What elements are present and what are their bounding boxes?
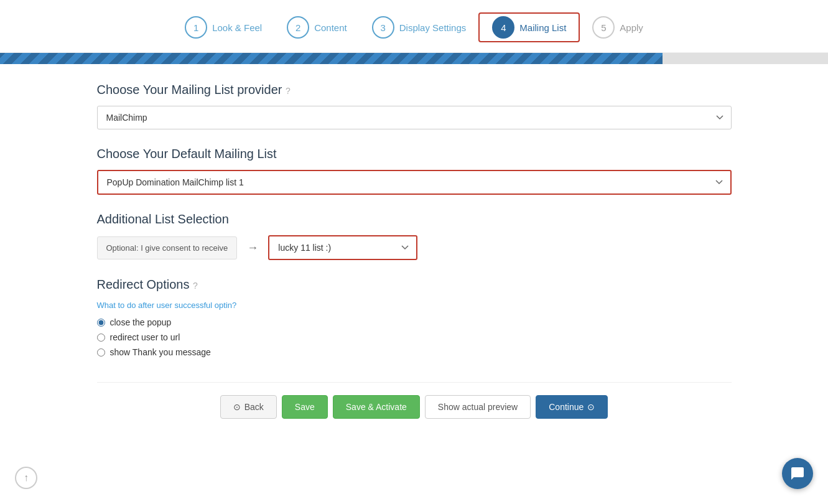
redirect-help-icon[interactable]: ? xyxy=(193,281,198,291)
consent-checkbox-button[interactable]: Optional: I give consent to receive xyxy=(97,236,238,259)
redirect-options-section: Redirect Options ? What to do after user… xyxy=(97,278,732,357)
step-circle-2: 2 xyxy=(287,16,309,39)
radio-close-input[interactable] xyxy=(97,319,105,327)
main-content: Choose Your Mailing List provider ? Mail… xyxy=(72,64,756,456)
default-mailing-list-title: Choose Your Default Mailing List xyxy=(97,147,732,161)
radio-thankyou-input[interactable] xyxy=(97,348,105,357)
wizard-step-1[interactable]: 1 Look & Feel xyxy=(172,14,274,41)
redirect-options-title: Redirect Options ? xyxy=(97,278,732,292)
step-circle-4: 4 xyxy=(492,16,514,39)
continue-arrow-icon: ⊙ xyxy=(587,402,595,412)
step-circle-3: 3 xyxy=(372,16,394,39)
step-label-2: Content xyxy=(314,22,347,33)
mailing-provider-section: Choose Your Mailing List provider ? Mail… xyxy=(97,83,732,129)
redirect-question: What to do after user successful optin? xyxy=(97,301,732,310)
radio-redirect-url: redirect user to url xyxy=(97,332,732,342)
save-button[interactable]: Save xyxy=(282,395,328,419)
radio-redirect-input[interactable] xyxy=(97,334,105,342)
progress-bar-container xyxy=(0,53,828,64)
additional-list-select[interactable]: lucky 11 list :) PopUp Domination MailCh… xyxy=(268,235,417,260)
preview-button[interactable]: Show actual preview xyxy=(425,395,531,419)
wizard-step-3[interactable]: 3 Display Settings xyxy=(360,14,479,41)
save-activate-button[interactable]: Save & Activate xyxy=(333,395,420,419)
mailing-provider-title: Choose Your Mailing List provider ? xyxy=(97,83,732,97)
step-circle-5: 5 xyxy=(592,16,615,39)
radio-close-popup: close the popup xyxy=(97,317,732,327)
additional-list-row: Optional: I give consent to receive → lu… xyxy=(97,235,732,260)
wizard-step-2[interactable]: 2 Content xyxy=(274,14,360,41)
arrow-icon: → xyxy=(247,241,258,254)
default-mailing-list-section: Choose Your Default Mailing List PopUp D… xyxy=(97,147,732,195)
additional-list-title: Additional List Selection xyxy=(97,212,732,226)
mailing-provider-help-icon[interactable]: ? xyxy=(286,86,291,96)
radio-thankyou-label: show Thank you message xyxy=(110,347,211,357)
step-label-1: Look & Feel xyxy=(212,22,262,33)
radio-redirect-label: redirect user to url xyxy=(110,332,180,342)
radio-thankyou: show Thank you message xyxy=(97,347,732,357)
wizard-header: 1 Look & Feel 2 Content 3 Display Settin… xyxy=(0,0,828,53)
mailing-provider-select[interactable]: MailChimp AWeber GetResponse Constant Co… xyxy=(97,106,732,129)
back-button[interactable]: ⊙ Back xyxy=(220,395,277,419)
continue-button[interactable]: Continue ⊙ xyxy=(536,395,608,419)
step-label-5: Apply xyxy=(620,22,643,33)
default-mailing-list-select[interactable]: PopUp Domination MailChimp list 1 lucky … xyxy=(97,170,732,195)
back-arrow-icon: ⊙ xyxy=(233,402,241,412)
wizard-step-5[interactable]: 5 Apply xyxy=(580,14,656,41)
step-label-3: Display Settings xyxy=(399,22,467,33)
step-circle-1: 1 xyxy=(185,16,207,39)
wizard-step-4[interactable]: 4 Mailing List xyxy=(478,12,580,42)
progress-bar-fill xyxy=(0,53,663,64)
step-label-4: Mailing List xyxy=(519,22,566,33)
additional-list-section: Additional List Selection Optional: I gi… xyxy=(97,212,732,260)
radio-close-label: close the popup xyxy=(110,317,172,327)
action-bar: ⊙ Back Save Save & Activate Show actual … xyxy=(97,382,732,437)
